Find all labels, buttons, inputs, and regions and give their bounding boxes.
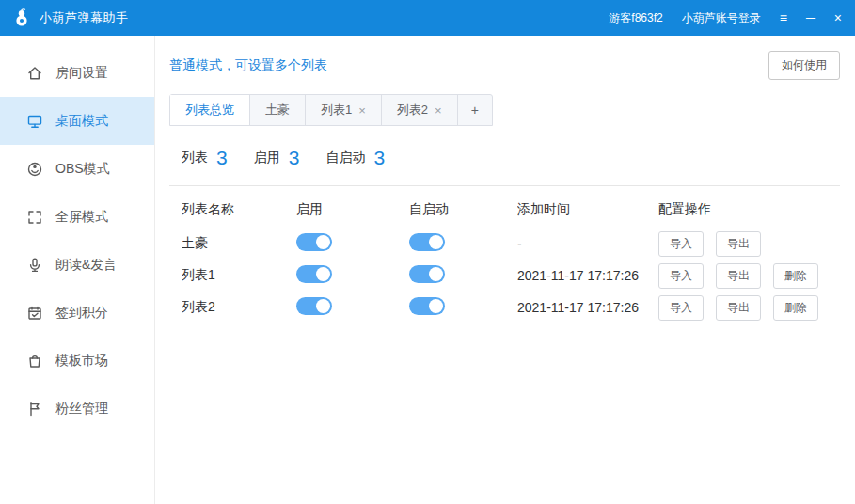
shop-bag-icon [26, 353, 43, 370]
stats-row: 列表 3 启用 3 自启动 3 [169, 145, 840, 171]
home-icon [26, 65, 43, 82]
stat-autostart: 自启动 3 [325, 147, 385, 169]
microphone-icon [26, 257, 43, 274]
export-button[interactable]: 导出 [716, 295, 761, 321]
main-header: 普通模式，可设置多个列表 如何使用 [169, 51, 840, 80]
sidebar-item-label: 桌面模式 [55, 113, 108, 130]
tab-label: 土豪 [265, 102, 290, 118]
sidebar-item-room-settings[interactable]: 房间设置 [0, 49, 154, 97]
toggle-knob [316, 267, 330, 281]
tab-list2[interactable]: 列表2 × [382, 95, 458, 125]
export-button[interactable]: 导出 [716, 263, 761, 289]
col-header-added-time: 添加时间 [517, 201, 658, 218]
autostart-toggle[interactable] [409, 265, 445, 283]
window-body: 房间设置 桌面模式 OBS模式 全屏模式 [0, 36, 855, 504]
sidebar-item-checkin-points[interactable]: 签到积分 [0, 289, 154, 337]
app-title: 小葫芦弹幕助手 [40, 9, 129, 26]
list-name: 列表1 [182, 267, 296, 284]
sidebar: 房间设置 桌面模式 OBS模式 全屏模式 [0, 36, 155, 504]
stat-value: 3 [373, 147, 385, 169]
sidebar-item-label: 全屏模式 [55, 209, 108, 226]
toggle-knob [316, 235, 330, 249]
sidebar-item-label: OBS模式 [55, 161, 110, 178]
sidebar-item-label: 粉丝管理 [55, 401, 108, 417]
stat-label: 列表 [182, 150, 208, 166]
guest-id-label: 游客f863f2 [609, 10, 662, 26]
export-button[interactable]: 导出 [716, 231, 761, 257]
account-login-link[interactable]: 小葫芦账号登录 [682, 10, 761, 26]
minimize-button[interactable]: ─ [806, 11, 815, 24]
enable-toggle[interactable] [296, 265, 332, 283]
tab-close-icon[interactable]: × [435, 104, 442, 117]
tab-close-icon[interactable]: × [358, 104, 366, 117]
menu-icon[interactable]: ≡ [780, 11, 787, 24]
tab-list1[interactable]: 列表1 × [306, 95, 382, 125]
tab-tuhao[interactable]: 土豪 [250, 95, 306, 125]
delete-button[interactable]: 删除 [773, 295, 818, 321]
added-time: - [517, 236, 658, 251]
added-time: 2021-11-17 17:17:26 [517, 268, 658, 283]
tab-overview[interactable]: 列表总览 [170, 95, 250, 125]
col-header-actions: 配置操作 [658, 201, 840, 218]
monitor-icon [26, 113, 43, 130]
autostart-toggle[interactable] [409, 233, 445, 251]
tab-label: 列表总览 [185, 102, 234, 118]
stat-lists: 列表 3 [182, 147, 228, 169]
app-logo-icon [11, 8, 32, 28]
table-row: 列表2 2021-11-17 17:17:26 导入 导出 删除 [182, 291, 840, 323]
table-row: 土豪 - 导入 导出 [182, 228, 840, 260]
list-name: 土豪 [182, 235, 296, 252]
col-header-enabled: 启用 [296, 201, 409, 218]
obs-icon [26, 161, 43, 178]
fullscreen-icon [26, 209, 43, 226]
titlebar-left: 小葫芦弹幕助手 [11, 8, 129, 28]
import-button[interactable]: 导入 [658, 263, 704, 289]
table-header-row: 列表名称 启用 自启动 添加时间 配置操作 [182, 186, 840, 228]
enable-toggle[interactable] [296, 233, 332, 251]
sidebar-item-obs-mode[interactable]: OBS模式 [0, 145, 154, 193]
enable-toggle[interactable] [296, 297, 332, 315]
sidebar-item-label: 签到积分 [55, 305, 108, 322]
stat-label: 启用 [254, 150, 280, 166]
toggle-knob [429, 299, 443, 313]
stat-value: 3 [289, 147, 300, 169]
list-tabs: 列表总览 土豪 列表1 × 列表2 × + [169, 94, 493, 126]
stat-enabled: 启用 3 [254, 147, 300, 169]
sidebar-item-fullscreen-mode[interactable]: 全屏模式 [0, 193, 154, 241]
titlebar: 小葫芦弹幕助手 游客f863f2 小葫芦账号登录 ≡ ─ × [0, 0, 855, 36]
tab-label: 列表2 [397, 102, 428, 118]
lists-table: 列表名称 启用 自启动 添加时间 配置操作 土豪 - 导入 导出 [169, 186, 840, 323]
main-content: 普通模式，可设置多个列表 如何使用 列表总览 土豪 列表1 × 列表2 × [155, 36, 855, 504]
sidebar-item-template-market[interactable]: 模板市场 [0, 337, 154, 385]
close-button[interactable]: × [834, 11, 842, 24]
flag-icon [26, 401, 43, 417]
mode-subtitle: 普通模式，可设置多个列表 [169, 57, 327, 74]
calendar-check-icon [26, 305, 43, 322]
stat-label: 自启动 [325, 150, 365, 166]
sidebar-item-desktop-mode[interactable]: 桌面模式 [0, 97, 154, 145]
delete-button[interactable]: 删除 [773, 263, 818, 289]
sidebar-item-label: 朗读&发言 [55, 257, 117, 274]
import-button[interactable]: 导入 [658, 231, 704, 257]
import-button[interactable]: 导入 [658, 295, 704, 321]
app-window: 小葫芦弹幕助手 游客f863f2 小葫芦账号登录 ≡ ─ × 房间设置 桌面模式 [0, 0, 855, 504]
autostart-toggle[interactable] [409, 297, 445, 315]
tab-label: 列表1 [321, 102, 352, 118]
list-name: 列表2 [182, 299, 296, 316]
add-tab-button[interactable]: + [458, 95, 492, 125]
col-header-name: 列表名称 [182, 201, 296, 218]
sidebar-item-tts-speech[interactable]: 朗读&发言 [0, 241, 154, 289]
sidebar-item-label: 房间设置 [55, 65, 108, 82]
col-header-autostart: 自启动 [409, 201, 517, 218]
sidebar-item-label: 模板市场 [55, 353, 108, 370]
table-row: 列表1 2021-11-17 17:17:26 导入 导出 删除 [182, 260, 840, 291]
stat-value: 3 [216, 147, 228, 169]
toggle-knob [316, 299, 330, 313]
toggle-knob [429, 235, 443, 249]
added-time: 2021-11-17 17:17:26 [517, 300, 658, 315]
how-to-use-button[interactable]: 如何使用 [768, 51, 840, 80]
sidebar-item-fans-management[interactable]: 粉丝管理 [0, 385, 154, 433]
toggle-knob [429, 267, 443, 281]
titlebar-right: 游客f863f2 小葫芦账号登录 ≡ ─ × [609, 10, 842, 26]
